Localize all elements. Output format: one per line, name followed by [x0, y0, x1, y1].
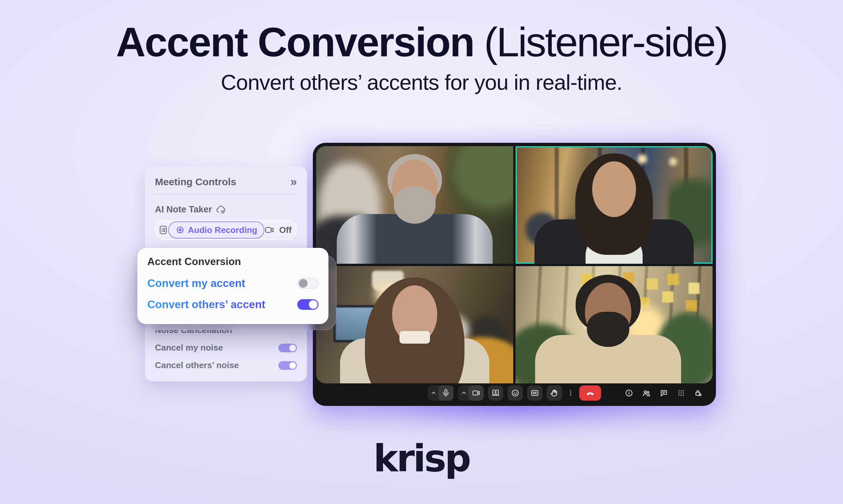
- apps-grid-icon: [677, 389, 685, 397]
- microphone-icon: [442, 389, 450, 397]
- toggle-knob: [309, 300, 317, 309]
- convert-others-accent-toggle[interactable]: [297, 299, 319, 310]
- host-controls-button[interactable]: [694, 389, 703, 397]
- video-recording-option[interactable]: [264, 225, 274, 235]
- participant-video-top-left[interactable]: [316, 146, 513, 264]
- bokeh-light: [638, 155, 647, 164]
- page-subtitle: Convert others’ accents for you in real-…: [0, 70, 843, 95]
- audio-recording-option-selected[interactable]: Audio Recording: [168, 221, 264, 238]
- noise-cancellation-section: Noise Cancellation Cancel my noise Cance…: [155, 325, 297, 371]
- closed-captions-icon: [531, 389, 539, 397]
- end-call-icon: [585, 388, 595, 398]
- accent-conversion-popup: Accent Conversion Convert my accent Conv…: [137, 248, 328, 324]
- summary-notes-option[interactable]: [158, 225, 168, 235]
- chat-button[interactable]: [659, 389, 668, 397]
- background-blur: [521, 207, 595, 256]
- emoji-reactions-button[interactable]: [507, 385, 523, 401]
- recording-off-option[interactable]: Off: [274, 225, 296, 235]
- page-title-light: (Listener-side): [474, 19, 727, 65]
- page: Accent Conversion (Listener-side) Conver…: [0, 0, 843, 504]
- raise-hand-button[interactable]: [547, 385, 562, 401]
- captions-button[interactable]: [527, 385, 543, 401]
- chat-icon: [659, 389, 668, 397]
- cancel-my-noise-row: Cancel my noise: [155, 343, 297, 353]
- cancel-others-noise-toggle[interactable]: [278, 361, 297, 370]
- raise-hand-icon: [550, 389, 559, 397]
- convert-my-accent-row: Convert my accent: [147, 275, 319, 292]
- participant-grid: [316, 146, 712, 383]
- call-toolbar: [316, 383, 712, 402]
- participant-video-top-right-active-speaker[interactable]: [516, 146, 712, 264]
- monitor-decoration: [333, 305, 380, 342]
- panel-title: Meeting Controls: [155, 176, 236, 187]
- collapse-panel-button[interactable]: »: [290, 176, 297, 188]
- cancel-others-noise-row: Cancel others’ noise: [155, 360, 297, 371]
- mic-options-chevron[interactable]: [429, 385, 438, 401]
- mute-microphone-button[interactable]: [438, 385, 453, 401]
- convert-others-accent-row: Convert others’ accent: [147, 296, 319, 313]
- cancel-others-noise-label: Cancel others’ noise: [155, 360, 239, 371]
- summary-notes-icon: [158, 225, 168, 235]
- emoji-smile-icon: [511, 389, 519, 397]
- chevron-up-icon: [461, 390, 467, 396]
- ai-note-taker-label: AI Note Taker: [155, 204, 212, 215]
- info-icon: [625, 389, 633, 397]
- page-title-strong: Accent Conversion: [116, 19, 474, 65]
- convert-others-accent-label: Convert others’ accent: [147, 298, 265, 311]
- divider: [155, 194, 297, 195]
- convert-my-accent-toggle[interactable]: [297, 278, 319, 289]
- video-call-window: [313, 143, 716, 406]
- plant-decoration: [446, 146, 513, 236]
- cancel-my-noise-toggle[interactable]: [278, 344, 297, 352]
- more-options-button[interactable]: [566, 385, 575, 401]
- cancel-my-noise-label: Cancel my noise: [155, 343, 223, 353]
- participants-button[interactable]: [642, 389, 651, 398]
- participants-icon: [642, 389, 651, 398]
- page-title: Accent Conversion (Listener-side): [0, 19, 843, 65]
- present-screen-button[interactable]: [488, 385, 503, 401]
- video-camera-icon: [264, 225, 274, 235]
- end-call-button[interactable]: [579, 385, 601, 401]
- meeting-info-button[interactable]: [625, 389, 633, 397]
- more-vertical-icon: [567, 389, 574, 397]
- recording-mode-segmented-control: Audio Recording Off: [155, 220, 297, 240]
- toolbar-center-cluster: [428, 385, 601, 401]
- camera-options-chevron[interactable]: [459, 385, 468, 401]
- cloud-upload-icon: [215, 205, 227, 215]
- camera-group: [458, 385, 484, 401]
- plant-decoration: [668, 177, 712, 264]
- panel-header: Meeting Controls »: [155, 176, 297, 188]
- ai-note-taker-row: AI Note Taker: [155, 204, 297, 215]
- audio-recording-label: Audio Recording: [188, 225, 257, 235]
- toggle-camera-button[interactable]: [468, 385, 484, 401]
- radio-selected-icon: [175, 225, 185, 235]
- hero-header: Accent Conversion (Listener-side) Conver…: [0, 19, 843, 95]
- lock-badge-icon: [694, 389, 703, 397]
- microphone-group: [428, 385, 453, 401]
- present-screen-icon: [491, 389, 500, 397]
- video-camera-icon: [472, 389, 480, 397]
- krisp-logo: krisp: [0, 437, 843, 480]
- toggle-knob: [289, 362, 296, 369]
- activities-button[interactable]: [677, 389, 685, 397]
- toggle-knob: [299, 279, 308, 288]
- convert-my-accent-label: Convert my accent: [147, 277, 245, 290]
- toggle-knob: [289, 345, 296, 351]
- participant-video-bottom-left[interactable]: [316, 266, 513, 384]
- participant-video-bottom-right[interactable]: [516, 266, 712, 384]
- accent-conversion-title: Accent Conversion: [147, 256, 319, 268]
- lamp-glow: [375, 281, 400, 306]
- toolbar-right-cluster: [625, 383, 703, 402]
- chevron-up-icon: [430, 390, 437, 396]
